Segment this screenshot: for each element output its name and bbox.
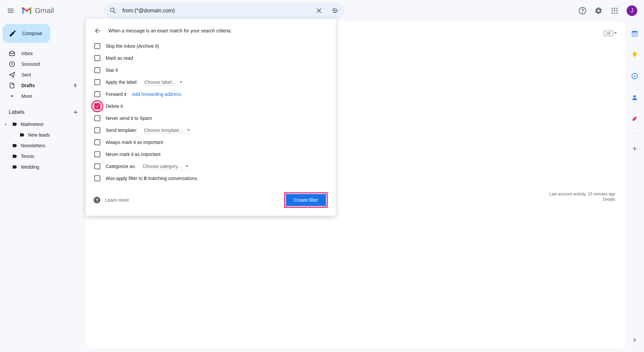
input-tools-toggle[interactable]: ⌨ (604, 31, 619, 36)
svg-point-13 (616, 12, 618, 14)
label-icon (12, 143, 17, 148)
activity-text: Last account activity: 23 minutes ago (549, 192, 615, 196)
keyboard-icon: ⌨ (604, 31, 613, 36)
checkbox-never-spam[interactable] (94, 115, 100, 121)
checkbox-send-template[interactable] (94, 127, 100, 133)
keep-addon[interactable] (628, 48, 641, 61)
label-mailmeteor[interactable]: ▾ Mailmeteor (0, 119, 80, 130)
checkbox-apply-label[interactable] (94, 79, 100, 85)
pencil-icon (9, 29, 17, 37)
inbox-icon (9, 50, 15, 57)
svg-point-1 (336, 10, 337, 11)
svg-point-0 (333, 8, 334, 10)
search-icon[interactable] (106, 4, 120, 17)
support-icon[interactable] (576, 4, 589, 17)
checkbox-delete-highlight (91, 100, 103, 112)
label-icon (19, 132, 25, 138)
compose-label: Compose (22, 31, 42, 36)
nav-inbox[interactable]: Inbox (0, 48, 80, 59)
svg-point-2 (334, 12, 335, 13)
svg-point-11 (612, 12, 613, 14)
svg-point-4 (582, 12, 583, 13)
svg-point-5 (612, 8, 613, 9)
sidebar: Compose Inbox Snoozed Sent Drafts 3 (0, 21, 86, 352)
header: Gmail J (0, 0, 644, 21)
gmail-logo[interactable]: Gmail (21, 6, 101, 15)
tasks-addon[interactable] (628, 69, 641, 83)
labels-header: Labels (0, 106, 86, 119)
add-forwarding-link[interactable]: Add forwarding address (132, 92, 181, 97)
label-new-leads[interactable]: New leads (0, 130, 80, 140)
content-area: ⌨ Last account activity: 23 minutes ago … (86, 21, 644, 352)
nav-snoozed[interactable]: Snoozed (0, 59, 80, 69)
clock-icon (9, 61, 15, 67)
checkbox-always-important[interactable] (94, 139, 100, 145)
back-arrow-icon[interactable] (94, 27, 102, 35)
settings-icon[interactable] (592, 4, 605, 17)
compose-button[interactable]: Compose (3, 24, 50, 43)
side-panel: 31 (625, 21, 644, 352)
svg-point-7 (616, 8, 618, 9)
checkbox-delete[interactable] (94, 103, 100, 109)
choose-template-dropdown[interactable]: Choose template... (142, 127, 191, 134)
gmail-icon (21, 7, 32, 15)
create-filter-highlight: Create filter (284, 192, 328, 208)
checkbox-never-important[interactable] (94, 151, 100, 157)
file-icon (9, 82, 15, 89)
send-icon (9, 71, 15, 78)
contacts-addon[interactable] (628, 91, 641, 104)
add-label-button[interactable] (71, 108, 80, 117)
clear-search-icon[interactable] (312, 4, 326, 17)
label-icon (12, 154, 17, 159)
checkbox-forward[interactable] (94, 91, 100, 97)
chevron-down-icon (9, 93, 15, 100)
help-icon: ? (94, 197, 100, 203)
mailmeteor-addon[interactable] (628, 112, 641, 126)
checkbox-mark-read[interactable] (94, 55, 100, 61)
svg-point-10 (616, 10, 618, 11)
learn-more-link[interactable]: ? Learn more (94, 197, 129, 203)
header-right: J (576, 4, 641, 17)
create-filter-button[interactable]: Create filter (286, 194, 326, 206)
search-input[interactable] (122, 8, 310, 14)
checkbox-skip-inbox[interactable] (94, 43, 100, 49)
apps-icon[interactable] (608, 4, 621, 17)
details-link[interactable]: Details (549, 197, 615, 202)
filter-panel-title: When a message is an exact match for you… (108, 28, 232, 33)
hide-side-panel[interactable] (628, 333, 641, 347)
account-avatar[interactable]: J (627, 5, 637, 16)
main-menu-button[interactable] (3, 3, 19, 19)
expand-icon[interactable]: ▾ (5, 123, 9, 126)
label-icon (12, 164, 17, 170)
choose-label-dropdown[interactable]: Choose label... (143, 79, 184, 86)
choose-category-dropdown[interactable]: Choose category... (141, 163, 189, 170)
label-tennis[interactable]: Tennis (0, 151, 80, 162)
create-filter-panel: When a message is an exact match for you… (86, 19, 336, 216)
nav-drafts[interactable]: Drafts 3 (0, 80, 80, 91)
checkbox-categorize[interactable] (94, 163, 100, 169)
also-apply-label: Also apply filter to 0 matching conversa… (106, 176, 198, 181)
label-icon (12, 122, 17, 127)
label-newsletters[interactable]: Newsletters (0, 140, 80, 151)
product-name: Gmail (35, 6, 54, 15)
svg-point-8 (612, 10, 613, 11)
svg-text:31: 31 (633, 32, 636, 36)
search-options-icon[interactable] (328, 4, 342, 17)
account-activity: Last account activity: 23 minutes ago De… (549, 192, 615, 202)
svg-point-19 (634, 95, 636, 98)
calendar-addon[interactable]: 31 (628, 27, 641, 40)
svg-point-6 (614, 8, 615, 9)
svg-point-9 (614, 10, 615, 11)
label-wedding[interactable]: Wedding (0, 162, 80, 172)
checkbox-also-apply[interactable] (94, 175, 100, 181)
svg-point-12 (614, 12, 615, 14)
checkbox-star[interactable] (94, 67, 100, 73)
search-bar (104, 3, 344, 19)
nav-more[interactable]: More (0, 91, 80, 102)
nav-sent[interactable]: Sent (0, 69, 80, 80)
svg-point-18 (632, 73, 638, 79)
get-addons-button[interactable] (628, 142, 641, 155)
